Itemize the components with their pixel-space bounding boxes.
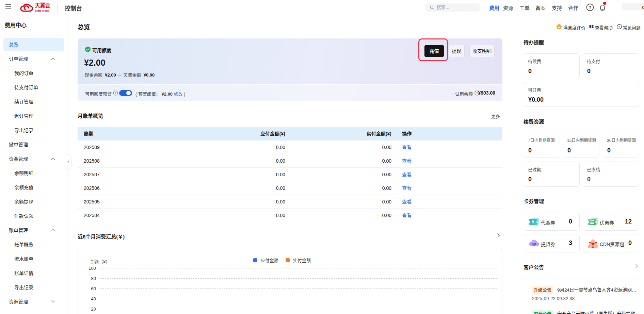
svg-text:?: ? <box>589 5 591 10</box>
svg-text:?: ? <box>115 92 116 95</box>
svg-text:?: ? <box>618 25 621 29</box>
svg-text:¥: ¥ <box>532 220 534 225</box>
svg-text:20: 20 <box>91 307 96 312</box>
svg-text:100: 100 <box>88 266 96 271</box>
svg-text:80: 80 <box>91 276 96 281</box>
svg-text:60: 60 <box>91 286 96 291</box>
svg-text:?: ? <box>476 92 478 95</box>
svg-text:40: 40 <box>91 296 96 301</box>
